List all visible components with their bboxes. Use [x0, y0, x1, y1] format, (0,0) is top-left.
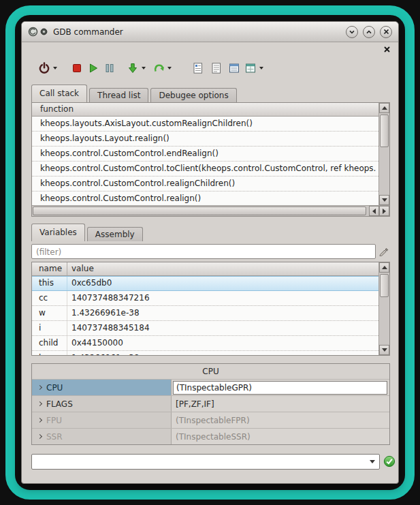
callstack-row[interactable]: kheops.control.CustomControl.toClient(kh… — [32, 162, 378, 177]
inspector-tabs: Variables Assembly — [31, 224, 145, 241]
scroll-down-button[interactable] — [379, 195, 389, 205]
cpu-panel-title: CPU — [32, 364, 389, 379]
variables-vertical-scrollbar[interactable] — [378, 262, 389, 355]
pen-icon — [378, 246, 389, 256]
arrow-left-icon — [372, 209, 376, 214]
variable-row[interactable]: b 1.43266961e-38 — [32, 351, 378, 355]
variable-row[interactable]: w 1.43266961e-38 — [32, 306, 378, 321]
tab-thread-list[interactable]: Thread list — [89, 88, 148, 102]
stop-button[interactable] — [69, 59, 84, 77]
callstack-row[interactable]: kheops.layouts.AxisLayout.customRealignC… — [32, 117, 378, 132]
expander-icon[interactable] — [37, 434, 42, 439]
tab-assembly[interactable]: Assembly — [87, 227, 143, 241]
step-button[interactable] — [125, 59, 140, 77]
show-log-button[interactable] — [191, 59, 206, 77]
variable-value: 140737488347216 — [67, 291, 378, 305]
variable-name: this — [32, 277, 67, 290]
callstack-row[interactable]: kheops.layouts.Layout.realign() — [32, 132, 378, 147]
document-icon — [192, 62, 204, 74]
callstack-vertical-scrollbar[interactable] — [378, 103, 389, 205]
gdb-commander-window: GDB commander — [21, 21, 399, 484]
scroll-down-button[interactable] — [379, 345, 389, 355]
scroll-up-button[interactable] — [379, 103, 389, 113]
dropdown-arrow-icon — [167, 67, 172, 70]
continue-dropdown[interactable] — [166, 59, 173, 77]
stop-icon — [71, 62, 83, 74]
panel-close-icon — [384, 46, 390, 52]
app-icon[interactable] — [28, 27, 38, 37]
show-registers-button[interactable] — [227, 59, 242, 77]
power-dropdown[interactable] — [52, 59, 59, 77]
callstack-horizontal-scrollbar[interactable] — [32, 205, 389, 216]
callstack-row[interactable]: kheops.control.CustomControl.endRealign(… — [32, 147, 378, 162]
run-button[interactable] — [86, 59, 101, 77]
step-dropdown[interactable] — [140, 59, 147, 77]
variable-row[interactable]: cc 140737488347216 — [32, 291, 378, 306]
filter-input[interactable] — [32, 245, 375, 259]
variable-row[interactable]: this 0xc65db0 — [32, 276, 378, 291]
variables-panel: name value this 0xc65db0 cc 140737488347… — [31, 262, 390, 356]
cpu-value-editor[interactable]: (TInspectableGPR) — [173, 381, 387, 395]
column-header-name[interactable]: name — [32, 262, 67, 276]
cpu-row-value: (TInspectableSSR) — [172, 429, 389, 444]
scroll-right-button[interactable] — [379, 206, 389, 216]
variable-row[interactable]: child 0x44150000 — [32, 336, 378, 351]
variable-name: cc — [32, 291, 67, 305]
expander-icon[interactable] — [37, 385, 42, 390]
play-icon — [87, 62, 99, 74]
tab-call-stack[interactable]: Call stack — [31, 85, 87, 102]
combo-dropdown-button[interactable] — [366, 455, 379, 469]
arrow-down-icon — [382, 348, 387, 352]
variable-value: 0x44150000 — [67, 336, 378, 350]
minimize-button[interactable] — [346, 26, 358, 38]
scroll-up-button[interactable] — [379, 262, 389, 273]
tab-variables[interactable]: Variables — [31, 224, 85, 241]
maximize-button[interactable] — [363, 26, 375, 38]
titlebar[interactable]: GDB commander — [22, 22, 398, 42]
callstack-row[interactable]: kheops.control.CustomControl.realign() — [32, 192, 378, 205]
cpu-row-name[interactable]: SSR — [32, 429, 172, 444]
pause-button[interactable] — [102, 59, 117, 77]
variable-name: child — [32, 336, 67, 350]
scrollbar-thumb[interactable] — [380, 114, 389, 147]
show-output-button[interactable] — [209, 59, 224, 77]
expander-icon[interactable] — [37, 418, 42, 423]
dropdown-arrow-icon — [259, 67, 263, 70]
scroll-left-button[interactable] — [369, 206, 379, 216]
callstack-row[interactable]: kheops.control.CustomControl.realignChil… — [32, 177, 378, 192]
column-header-value[interactable]: value — [67, 262, 378, 276]
expander-icon[interactable] — [37, 401, 42, 406]
cpu-row-name[interactable]: CPU — [32, 380, 172, 395]
filter-pen-button[interactable] — [378, 245, 389, 257]
power-button[interactable] — [37, 59, 52, 77]
show-memory-button[interactable] — [243, 59, 258, 77]
arrow-up-icon — [382, 106, 387, 110]
command-combobox[interactable] — [31, 454, 380, 470]
window-title: GDB commander — [53, 27, 123, 37]
scrollbar-thumb[interactable] — [380, 274, 389, 297]
variable-row[interactable]: i 140737488345184 — [32, 321, 378, 336]
close-button[interactable] — [380, 26, 392, 38]
cpu-row[interactable]: FPU (TInspectableFPR) — [32, 412, 389, 428]
variable-name: i — [32, 321, 67, 335]
cpu-row[interactable]: SSR (TInspectableSSR) — [32, 428, 389, 444]
variables-header: name value — [32, 262, 378, 276]
panel-close-button[interactable] — [382, 44, 391, 54]
cpu-row[interactable]: CPU (TInspectableGPR) — [32, 379, 389, 395]
tab-debugee-options[interactable]: Debugee options — [150, 88, 236, 102]
continue-button[interactable] — [151, 59, 166, 77]
cpu-row-name[interactable]: FPU — [32, 412, 172, 428]
arrow-up-icon — [382, 266, 387, 269]
variable-name: w — [32, 306, 67, 320]
arrow-down-icon — [382, 198, 387, 202]
cpu-row[interactable]: FLAGS [PF,ZF,IF] — [32, 395, 389, 412]
dropdown-arrow-icon — [370, 460, 375, 463]
continue-curved-arrow-icon — [152, 62, 165, 74]
command-input[interactable] — [32, 455, 366, 469]
cpu-row-name[interactable]: FLAGS — [32, 396, 172, 412]
chevron-up-icon — [366, 29, 372, 35]
scrollbar-thumb[interactable] — [33, 206, 366, 215]
memory-dropdown[interactable] — [258, 59, 265, 77]
confirm-button[interactable] — [383, 455, 395, 468]
callstack-function-header[interactable]: function — [32, 103, 378, 117]
